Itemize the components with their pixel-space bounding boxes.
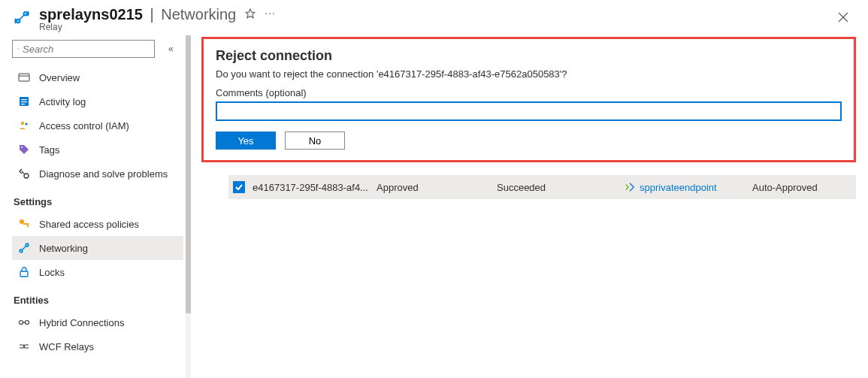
svg-rect-10 <box>21 99 27 100</box>
cell-connection-state: Approved <box>377 182 497 193</box>
svg-rect-24 <box>20 271 28 277</box>
svg-point-13 <box>21 122 24 125</box>
sidebar-item-label: WCF Relays <box>39 341 94 352</box>
sidebar-section-settings: Settings <box>14 196 191 207</box>
sidebar-item-label: Locks <box>39 267 65 278</box>
tags-icon <box>17 144 32 156</box>
relay-resource-icon <box>12 8 32 29</box>
cell-private-endpoint-link[interactable]: spprivateendpoint <box>625 182 752 193</box>
blade-section-title: Networking <box>161 6 236 23</box>
svg-point-22 <box>26 243 29 246</box>
sidebar-item-diagnose[interactable]: Diagnose and solve problems <box>12 162 183 186</box>
svg-point-14 <box>25 122 27 125</box>
pin-favorite-icon[interactable] <box>245 8 256 21</box>
dialog-message: Do you want to reject the connection 'e4… <box>216 68 842 80</box>
main-content: Reject connection Do you want to reject … <box>191 35 868 378</box>
sidebar-nav: « Overview Activity log Access control (… <box>0 35 191 378</box>
svg-point-21 <box>20 249 23 253</box>
overview-icon <box>17 71 32 83</box>
reject-connection-dialog: Reject connection Do you want to reject … <box>201 37 856 162</box>
sidebar-item-label: Access control (IAM) <box>39 120 129 132</box>
sidebar-section-entities: Entities <box>14 295 191 306</box>
dialog-title: Reject connection <box>216 48 842 64</box>
checkmark-icon <box>234 183 243 192</box>
comments-label: Comments (optional) <box>216 87 842 98</box>
sidebar-item-label: Networking <box>39 243 88 254</box>
private-endpoint-name: spprivateendpoint <box>640 182 717 193</box>
sidebar-search[interactable] <box>12 40 155 58</box>
yes-button[interactable]: Yes <box>216 132 276 150</box>
sidebar-item-locks[interactable]: Locks <box>12 260 183 284</box>
comments-input[interactable] <box>216 101 842 121</box>
cell-connection-name: e4167317-295f-4883-af4... <box>253 182 377 193</box>
scrollbar-thumb[interactable] <box>186 35 191 313</box>
networking-icon <box>17 242 32 254</box>
key-icon <box>17 218 32 230</box>
cell-description: Auto-Approved <box>752 182 851 193</box>
title-separator: | <box>146 6 158 23</box>
sidebar-item-hybrid-connections[interactable]: Hybrid Connections <box>12 310 183 334</box>
svg-rect-20 <box>27 225 29 227</box>
resource-name: sprelayns0215 <box>39 6 143 23</box>
sidebar-item-label: Diagnose and solve problems <box>39 168 168 180</box>
sidebar-item-label: Hybrid Connections <box>39 317 124 328</box>
no-button[interactable]: No <box>285 132 345 150</box>
more-actions-icon[interactable]: ··· <box>265 7 276 19</box>
private-endpoint-table: e4167317-295f-4883-af4... Approved Succe… <box>228 175 856 199</box>
svg-rect-19 <box>23 223 29 225</box>
sidebar-item-label: Tags <box>39 144 59 156</box>
svg-line-23 <box>23 246 26 249</box>
svg-rect-12 <box>21 104 25 104</box>
svg-rect-7 <box>19 74 29 81</box>
sidebar-item-shared-access[interactable]: Shared access policies <box>12 212 183 236</box>
sidebar-item-networking[interactable]: Networking <box>12 236 183 260</box>
svg-marker-2 <box>246 9 255 18</box>
access-control-icon <box>17 119 32 132</box>
table-row[interactable]: e4167317-295f-4883-af4... Approved Succe… <box>228 175 856 199</box>
wcf-relays-icon <box>17 340 32 352</box>
row-checkbox[interactable] <box>233 181 245 193</box>
sidebar-item-access-control[interactable]: Access control (IAM) <box>12 113 183 138</box>
sidebar-item-label: Activity log <box>39 96 86 107</box>
page-header: sprelayns0215 | Networking ··· Relay <box>0 0 868 35</box>
close-blade-button[interactable] <box>835 9 851 29</box>
hybrid-connections-icon <box>17 316 32 328</box>
sidebar-item-activity-log[interactable]: Activity log <box>12 89 183 113</box>
collapse-sidebar-icon[interactable]: « <box>168 44 171 54</box>
sidebar-item-wcf-relays[interactable]: WCF Relays <box>12 334 183 358</box>
svg-point-25 <box>20 321 23 325</box>
sidebar-item-label: Shared access policies <box>39 219 139 230</box>
svg-point-5 <box>17 48 19 50</box>
lock-icon <box>17 266 32 278</box>
diagnose-icon <box>17 168 32 180</box>
svg-point-16 <box>24 174 29 178</box>
sidebar-scrollbar[interactable] <box>186 35 191 378</box>
sidebar-item-label: Overview <box>39 72 80 83</box>
svg-rect-11 <box>21 101 27 102</box>
svg-point-26 <box>26 321 29 325</box>
sidebar-search-input[interactable] <box>20 44 153 55</box>
resource-type-label: Relay <box>39 22 276 32</box>
private-endpoint-icon <box>625 182 635 192</box>
activity-log-icon <box>17 95 32 107</box>
svg-line-17 <box>22 171 24 174</box>
svg-point-15 <box>21 147 23 148</box>
cell-provisioning-state: Succeeded <box>497 182 625 193</box>
sidebar-item-tags[interactable]: Tags <box>12 138 183 162</box>
sidebar-item-overview[interactable]: Overview <box>12 65 183 89</box>
